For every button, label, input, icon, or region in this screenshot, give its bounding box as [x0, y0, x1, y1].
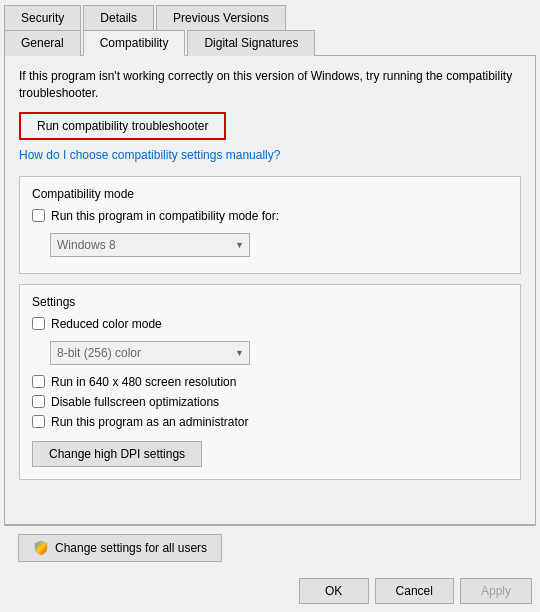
settings-label: Settings: [32, 295, 508, 309]
tab-compatibility[interactable]: Compatibility: [83, 30, 186, 56]
640x480-row: Run in 640 x 480 screen resolution: [32, 375, 508, 389]
shield-icon: [33, 540, 49, 556]
intro-text: If this program isn't working correctly …: [19, 68, 521, 102]
run-admin-label: Run this program as an administrator: [51, 415, 248, 429]
footer-buttons: OK Cancel Apply: [0, 570, 540, 612]
disable-fullscreen-row: Disable fullscreen optimizations: [32, 395, 508, 409]
compat-mode-checkbox[interactable]: [32, 209, 45, 222]
cancel-button[interactable]: Cancel: [375, 578, 454, 604]
settings-section: Settings Reduced color mode 8-bit (256) …: [19, 284, 521, 480]
tab-general[interactable]: General: [4, 30, 81, 56]
help-link[interactable]: How do I choose compatibility settings m…: [19, 148, 521, 162]
compatibility-mode-section: Compatibility mode Run this program in c…: [19, 176, 521, 274]
run-troubleshooter-button[interactable]: Run compatibility troubleshooter: [19, 112, 226, 140]
reduced-color-checkbox[interactable]: [32, 317, 45, 330]
content-area: If this program isn't working correctly …: [4, 55, 536, 525]
disable-fullscreen-label: Disable fullscreen optimizations: [51, 395, 219, 409]
640x480-checkbox[interactable]: [32, 375, 45, 388]
change-settings-all-users-button[interactable]: Change settings for all users: [18, 534, 222, 562]
tabs-row-1: Security Details Previous Versions: [0, 0, 540, 29]
tab-digital-signatures[interactable]: Digital Signatures: [187, 30, 315, 56]
compatibility-mode-label: Compatibility mode: [32, 187, 508, 201]
apply-button[interactable]: Apply: [460, 578, 532, 604]
dialog: Security Details Previous Versions Gener…: [0, 0, 540, 612]
change-dpi-button[interactable]: Change high DPI settings: [32, 441, 202, 467]
compat-mode-checkbox-row: Run this program in compatibility mode f…: [32, 209, 508, 223]
reduced-color-row: Reduced color mode: [32, 317, 508, 331]
ok-button[interactable]: OK: [299, 578, 369, 604]
compat-mode-select-wrapper: Windows 8 Windows 7 Windows Vista Window…: [50, 233, 250, 257]
color-select-wrapper: 8-bit (256) color 16-bit color: [50, 341, 250, 365]
compat-mode-select[interactable]: Windows 8 Windows 7 Windows Vista Window…: [50, 233, 250, 257]
tabs-row-2: General Compatibility Digital Signatures: [0, 29, 540, 55]
reduced-color-label: Reduced color mode: [51, 317, 162, 331]
tab-details[interactable]: Details: [83, 5, 154, 30]
tab-previous-versions[interactable]: Previous Versions: [156, 5, 286, 30]
color-depth-select[interactable]: 8-bit (256) color 16-bit color: [50, 341, 250, 365]
compat-mode-checkbox-label: Run this program in compatibility mode f…: [51, 209, 279, 223]
change-settings-label: Change settings for all users: [55, 541, 207, 555]
run-admin-row: Run this program as an administrator: [32, 415, 508, 429]
bottom-bar: Change settings for all users: [4, 525, 536, 570]
run-admin-checkbox[interactable]: [32, 415, 45, 428]
disable-fullscreen-checkbox[interactable]: [32, 395, 45, 408]
640x480-label: Run in 640 x 480 screen resolution: [51, 375, 236, 389]
tab-security[interactable]: Security: [4, 5, 81, 30]
